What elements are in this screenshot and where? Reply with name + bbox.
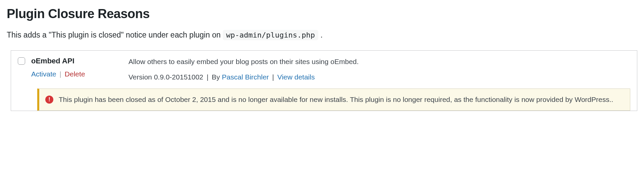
checkbox-column: [18, 57, 31, 81]
plugin-actions: Activate | Delete: [31, 70, 122, 78]
description-text-pre: This adds a "This plugin is closed" noti…: [7, 31, 223, 39]
page-title: Plugin Closure Reasons: [7, 7, 637, 21]
view-details-link[interactable]: View details: [277, 73, 315, 81]
activate-link[interactable]: Activate: [31, 70, 56, 78]
warning-icon: !: [45, 96, 53, 104]
plugin-meta: Version 0.9.0-20151002 | By Pascal Birch…: [128, 73, 630, 81]
plugin-card: oEmbed API Activate | Delete Allow other…: [11, 50, 637, 111]
delete-link[interactable]: Delete: [65, 70, 85, 78]
exclamation-icon: !: [48, 97, 50, 102]
plugin-select-checkbox[interactable]: [18, 57, 25, 65]
plugin-name-column: oEmbed API Activate | Delete: [31, 57, 128, 81]
author-link[interactable]: Pascal Birchler: [222, 73, 269, 81]
plugin-version: 0.9.0-20151002: [154, 73, 203, 81]
plugin-name: oEmbed API: [31, 57, 122, 65]
page-description: This adds a "This plugin is closed" noti…: [7, 29, 637, 41]
closure-notice-text: This plugin has been closed as of Octobe…: [59, 94, 623, 105]
meta-separator: |: [272, 73, 274, 81]
description-text-post: .: [318, 31, 323, 39]
action-separator: |: [60, 70, 61, 78]
plugin-description: Allow others to easily embed your blog p…: [128, 57, 630, 66]
meta-separator: |: [207, 73, 208, 81]
closure-notice: ! This plugin has been closed as of Octo…: [37, 89, 630, 111]
version-prefix: Version: [128, 73, 154, 81]
plugin-description-column: Allow others to easily embed your blog p…: [128, 57, 630, 81]
by-prefix: By: [212, 73, 222, 81]
notice-row: ! This plugin has been closed as of Octo…: [11, 89, 637, 111]
description-code-path: wp-admin/plugins.php: [223, 30, 318, 40]
plugin-row: oEmbed API Activate | Delete Allow other…: [11, 51, 637, 89]
